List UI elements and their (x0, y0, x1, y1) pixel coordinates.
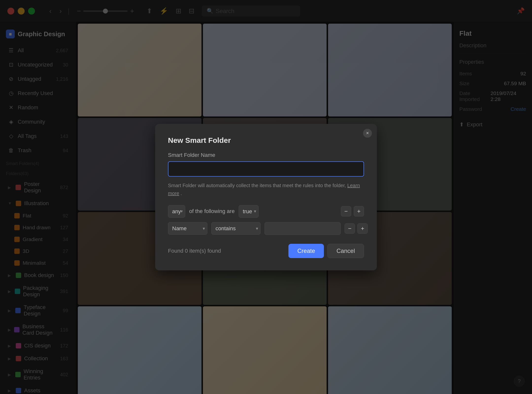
true-select[interactable]: true false (239, 205, 259, 218)
modal-close-button[interactable]: × (363, 129, 372, 138)
cancel-button[interactable]: Cancel (327, 244, 364, 258)
modal-title: New Smart Folder (168, 136, 364, 145)
modal-description: Smart Folder will automatically collect … (168, 181, 364, 197)
true-select-wrapper: true false (239, 205, 259, 218)
filter-row: Name Tag Size Date contains does not con… (168, 222, 364, 235)
field-label: Smart Folder Name (168, 152, 364, 158)
rule-row-1: any all of the following are true false … (168, 205, 364, 218)
filter-value-input[interactable] (265, 222, 341, 235)
name-select-wrapper: Name Tag Size Date (168, 222, 207, 235)
modal-footer: Found 0 item(s) found Create Cancel (168, 244, 364, 258)
modal-footer-buttons: Create Cancel (288, 244, 364, 258)
contains-select[interactable]: contains does not contain is is not (211, 222, 261, 235)
smart-folder-name-input[interactable] (168, 161, 364, 177)
any-select-wrapper: any all (168, 205, 185, 218)
contains-select-wrapper: contains does not contain is is not (211, 222, 261, 235)
filter-plus-button[interactable]: + (357, 223, 368, 234)
rule-minus-button[interactable]: − (341, 206, 351, 216)
rule-plus-button[interactable]: + (354, 206, 364, 216)
found-text: Found 0 item(s) found (168, 248, 221, 254)
filter-minus-button[interactable]: − (345, 223, 355, 234)
new-smart-folder-modal: × New Smart Folder Smart Folder Name Sma… (155, 124, 377, 270)
name-select[interactable]: Name Tag Size Date (168, 222, 207, 235)
modal-overlay: × New Smart Folder Smart Folder Name Sma… (0, 0, 532, 394)
any-select[interactable]: any all (168, 205, 185, 218)
create-button[interactable]: Create (288, 244, 324, 258)
of-following-label: of the following are (189, 208, 235, 214)
